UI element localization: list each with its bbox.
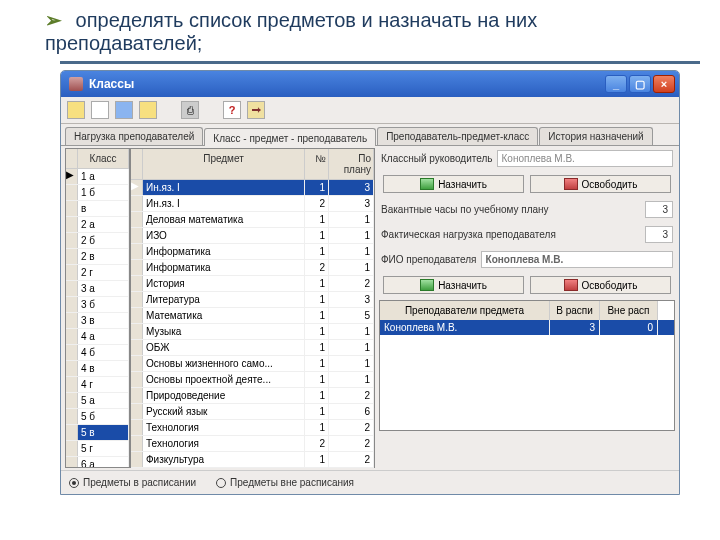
class-header: Класс xyxy=(78,149,129,168)
class-row[interactable]: 4 г xyxy=(66,377,129,393)
subject-row[interactable]: Основы проектной деяте...11 xyxy=(131,372,374,388)
main-body: Класс ▶1 а1 бв2 а2 б2 в2 г3 а3 б3 в4 а4 … xyxy=(61,146,679,470)
subject-row[interactable]: Ин.яз. I23 xyxy=(131,196,374,212)
subject-row[interactable]: Русский язык16 xyxy=(131,404,374,420)
assign-icon xyxy=(420,178,434,190)
class-row[interactable]: 1 б xyxy=(66,185,129,201)
slide-rule xyxy=(60,61,700,64)
teachers-grid[interactable]: Преподаватели предмета В распи Вне расп … xyxy=(379,300,675,431)
window-title: Классы xyxy=(89,77,134,91)
class-row[interactable]: 2 а xyxy=(66,217,129,233)
in-sched-header: В распи xyxy=(550,301,600,320)
tab-history[interactable]: История назначений xyxy=(539,127,652,145)
out-sched-header: Вне расп xyxy=(600,301,658,320)
n-header: № xyxy=(305,149,329,179)
class-row[interactable]: 2 в xyxy=(66,249,129,265)
radio-out-schedule[interactable]: Предметы вне расписания xyxy=(216,477,354,488)
class-teacher-label: Классный руководитель xyxy=(381,153,493,164)
vacant-value: 3 xyxy=(645,201,673,218)
release-teacher-button[interactable]: Освободить xyxy=(530,276,671,294)
subject-header: Предмет xyxy=(143,149,305,179)
help-icon[interactable]: ? xyxy=(223,101,241,119)
slide-bullet: ➢ определять список предметов и назначат… xyxy=(0,0,720,59)
assign-teacher-button[interactable]: Назначить xyxy=(383,276,524,294)
radio-on-icon xyxy=(69,478,79,488)
minimize-button[interactable]: _ xyxy=(605,75,627,93)
new-doc-icon[interactable] xyxy=(91,101,109,119)
class-row[interactable]: 5 в xyxy=(66,425,129,441)
plan-header: По плану xyxy=(329,149,374,179)
subject-row[interactable]: ▶Ин.яз. I13 xyxy=(131,180,374,196)
subject-row[interactable]: ОБЖ11 xyxy=(131,340,374,356)
left-panel: Класс ▶1 а1 бв2 а2 б2 в2 г3 а3 б3 в4 а4 … xyxy=(65,148,375,468)
bullet-arrow-icon: ➢ xyxy=(45,9,62,31)
slide-bullet-text: определять список предметов и назначать … xyxy=(45,9,537,54)
release-icon xyxy=(564,178,578,190)
app-icon xyxy=(69,77,83,91)
class-row[interactable]: 4 в xyxy=(66,361,129,377)
subject-row[interactable]: Технология12 xyxy=(131,420,374,436)
subject-row[interactable]: Природоведение12 xyxy=(131,388,374,404)
class-row[interactable]: в xyxy=(66,201,129,217)
radio-off-icon xyxy=(216,478,226,488)
class-row[interactable]: 3 а xyxy=(66,281,129,297)
class-row[interactable]: 2 б xyxy=(66,233,129,249)
vacant-label: Вакантные часы по учебному плану xyxy=(381,204,641,215)
tab-class-subject-teacher[interactable]: Класс - предмет - преподаватель xyxy=(204,128,376,146)
app-window: Классы _ ▢ × ⎙ ? ⮕ Нагрузка преподавател… xyxy=(60,70,680,495)
class-row[interactable]: 5 б xyxy=(66,409,129,425)
fio-label: ФИО преподавателя xyxy=(381,254,477,265)
subject-row[interactable]: Технология22 xyxy=(131,436,374,452)
subject-row[interactable]: Математика15 xyxy=(131,308,374,324)
subject-row[interactable]: Деловая математика11 xyxy=(131,212,374,228)
actual-value: 3 xyxy=(645,226,673,243)
assign-icon xyxy=(420,279,434,291)
class-row[interactable]: 4 а xyxy=(66,329,129,345)
subject-grid[interactable]: Предмет № По плану ▶Ин.яз. I13Ин.яз. I23… xyxy=(130,148,375,468)
new-folder-icon[interactable] xyxy=(67,101,85,119)
subject-row[interactable]: ИЗО11 xyxy=(131,228,374,244)
subject-row[interactable]: Информатика11 xyxy=(131,244,374,260)
assign-class-teacher-button[interactable]: Назначить xyxy=(383,175,524,193)
toolbar: ⎙ ? ⮕ xyxy=(61,97,679,124)
class-row[interactable]: 4 б xyxy=(66,345,129,361)
tab-teacher-subject-class[interactable]: Преподаватель-предмет-класс xyxy=(377,127,538,145)
class-grid[interactable]: Класс ▶1 а1 бв2 а2 б2 в2 г3 а3 б3 в4 а4 … xyxy=(65,148,130,468)
class-teacher-value: Коноплева М.В. xyxy=(497,150,674,167)
release-class-teacher-button[interactable]: Освободить xyxy=(530,175,671,193)
right-panel: Классный руководитель Коноплева М.В. Наз… xyxy=(379,148,675,468)
titlebar: Классы _ ▢ × xyxy=(61,71,679,97)
print-icon[interactable]: ⎙ xyxy=(181,101,199,119)
teacher-row[interactable]: Коноплева М.В.30 xyxy=(380,320,674,335)
release-icon xyxy=(564,279,578,291)
teachers-header: Преподаватели предмета xyxy=(380,301,550,320)
class-row[interactable]: 2 г xyxy=(66,265,129,281)
maximize-button[interactable]: ▢ xyxy=(629,75,651,93)
close-button[interactable]: × xyxy=(653,75,675,93)
subject-row[interactable]: История12 xyxy=(131,276,374,292)
subject-row[interactable]: Музыка11 xyxy=(131,324,374,340)
class-row[interactable]: 5 а xyxy=(66,393,129,409)
exit-icon[interactable]: ⮕ xyxy=(247,101,265,119)
subject-row[interactable]: Литература13 xyxy=(131,292,374,308)
subject-row[interactable]: Информатика21 xyxy=(131,260,374,276)
fio-value: Коноплева М.В. xyxy=(481,251,673,268)
tab-load[interactable]: Нагрузка преподавателей xyxy=(65,127,203,145)
class-row[interactable]: 6 а xyxy=(66,457,129,467)
tab-bar: Нагрузка преподавателей Класс - предмет … xyxy=(61,124,679,146)
subject-row[interactable]: Физкультура12 xyxy=(131,452,374,468)
class-row[interactable]: ▶1 а xyxy=(66,169,129,185)
class-row[interactable]: 3 в xyxy=(66,313,129,329)
subject-row[interactable]: Основы жизненного само...11 xyxy=(131,356,374,372)
radio-in-schedule[interactable]: Предметы в расписании xyxy=(69,477,196,488)
class-row[interactable]: 5 г xyxy=(66,441,129,457)
open-icon[interactable] xyxy=(139,101,157,119)
class-row[interactable]: 3 б xyxy=(66,297,129,313)
actual-label: Фактическая нагрузка преподавателя xyxy=(381,229,641,240)
duplicate-icon[interactable] xyxy=(115,101,133,119)
